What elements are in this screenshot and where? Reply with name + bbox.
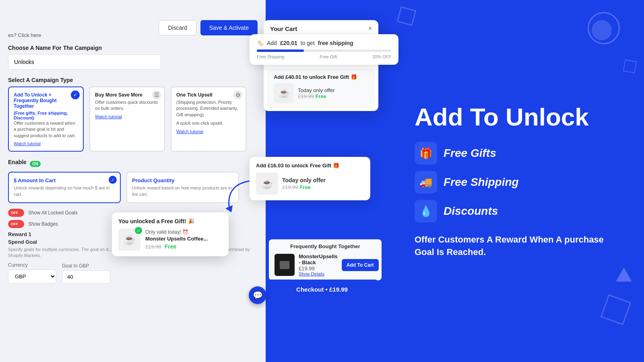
reward-card-2-desc: Unlock reward based on how many products… [132,185,233,197]
card-2-title: Buy More Save More [95,92,159,98]
feature-row-discounts: 💧 Discounts [415,200,616,222]
unlock-1-orig-price: £19.99 [298,93,314,99]
card-2-link[interactable]: Watch tutorial [95,114,159,119]
right-panel-desc: Offer Customers A Reward When A purchase… [415,234,616,259]
reward-card-amount[interactable]: ✓ $ Amount In Cart Unlock rewards depend… [8,172,121,203]
campaign-name-label: Choose A Name For The Campaign [8,45,258,51]
off-badge-2: OFF [9,221,20,227]
cart-close-button[interactable]: × [368,25,372,32]
on-badge: ON [30,161,41,167]
gift-item: ☕ ✓ Only valid today! ⏰ Monster Upsells … [118,228,222,251]
goal-input[interactable] [62,270,110,284]
badges-toggle[interactable]: OFF [8,220,24,228]
reward-cards: ✓ $ Amount In Cart Unlock rewards depend… [8,172,258,203]
unlock-1-image: ☕ [274,83,294,103]
fbt-add-to-cart-button[interactable]: Add To Cart [342,259,379,271]
save-activate-button[interactable]: Save & Activate [200,20,258,35]
feature-icon-discounts: 💧 [415,200,437,222]
svg-rect-3 [280,261,289,269]
fbt-product-name: MonsterUpsells - Black [299,253,338,265]
goal-label: Goal In GBP [62,263,110,269]
chat-button[interactable]: 💬 [249,286,266,304]
currency-group: Currency GBP [8,262,56,284]
float-2-product: ☕ Today only offer £19.99 Free [256,173,364,195]
gift-item-label: Only valid today! ⏰ [145,229,208,235]
card-menu-icon: ☰ [152,90,161,99]
feature-row-shipping: 🚚 Free Shipping [415,171,616,193]
progress-amount: £20.01 [280,40,297,46]
campaign-cards: ✓ Add To Unlock + Frequently Bought Toge… [8,86,258,152]
card-3-title: One Tick Upsell [176,92,241,98]
feature-label-shipping: Free Shipping [444,176,519,189]
progress-bar-wrap [257,49,391,52]
gift-price-row: £19.99 Free [145,243,208,250]
campaign-card-buy-more[interactable]: ☰ Buy More Save More Offer customers qui… [89,86,165,152]
campaign-type-section: Select A Campaign Type ✓ Add To Unlock +… [8,77,258,152]
discard-button[interactable]: Discard [159,20,196,35]
reward-card-1-desc: Unlock rewards depending on how much $ a… [14,185,115,197]
deco-square-1 [397,6,417,26]
gift-check-icon: ✓ [135,227,142,234]
checkout-button[interactable]: Checkout • £19.99 [266,280,378,299]
fbt-price: £19.99 [299,265,338,272]
reward-card-1-title: $ Amount In Cart [14,177,115,183]
progress-add: Add [267,40,277,46]
feature-label-discounts: Discounts [444,205,498,218]
unlock-1-free-label: Free [315,93,326,99]
fbt-image [275,254,295,276]
unlock-1-price: £19.99 Free [298,93,335,99]
deco-square-2 [601,294,632,325]
gift-info: Only valid today! ⏰ Monster Upsells Coff… [145,229,208,250]
show-locked-label: Show All Locked Goals [28,210,78,216]
progress-banner: 🏷️ Add £20.01 to get free shipping Free … [250,34,398,65]
card-3-link[interactable]: Watch tutorial [176,129,241,134]
fbt-title: Frequently Bought Together [275,243,376,249]
feature-icon-gifts: 🎁 [415,142,437,165]
campaign-card-add-to-unlock[interactable]: ✓ Add To Unlock + Frequently Bought Toge… [8,86,84,152]
currency-select[interactable]: GBP [8,269,56,284]
float-2-orig-price: £19.99 [282,184,298,190]
fbt-item: MonsterUpsells - Black £19.99 Show Detai… [275,253,376,276]
progress-label-1: Free Shipping [257,54,285,59]
gift-item-name: Monster Upsells Coffee... [145,236,208,242]
right-panel: Add To Unlock 🎁 Free Gifts 🚚 Free Shippi… [386,0,644,362]
currency-row: Currency GBP Goal In GBP [8,262,258,284]
fbt-section: Frequently Bought Together MonsterUpsell… [269,239,382,280]
currency-label: Currency [8,262,56,268]
card-1-title: Add To Unlock + Frequently Bought Togeth… [14,92,78,109]
progress-label-2: Free Gift [320,54,337,59]
enable-label: Enable [8,159,27,165]
gift-image-wrapper: ☕ ✓ [118,228,140,251]
deco-square-3 [623,60,637,74]
card-2-desc: Offer customers quick discounts on bulk … [95,99,159,112]
progress-emoji: 🏷️ [257,40,264,46]
right-panel-title: Add To Unlock [415,103,616,131]
goal-group: Goal In GBP [62,263,110,284]
progress-bar-fill [257,49,304,52]
reward-card-qty[interactable]: Product Quantity Unlock reward based on … [126,172,239,203]
feature-row-gifts: 🎁 Free Gifts [415,142,616,165]
fbt-info: MonsterUpsells - Black £19.99 Show Detai… [299,253,338,276]
deco-circle-2 [592,20,612,40]
gift-popup-title: You unlocked a Free Gift! 🎉 [118,218,222,224]
show-badges-label: Show Badges [28,221,58,227]
gift-free-label: Free [165,243,177,250]
campaign-card-one-tick[interactable]: ⚙ One Tick Upsell (Shipping protection, … [171,86,246,152]
card-1-desc: Offer customers a reward when a purchase… [14,120,78,139]
float-2-name: Today only offer [282,177,326,183]
deco-triangle-1 [616,267,632,282]
locked-goals-toggle[interactable]: OFF [8,209,24,217]
unlock-1-text: Add £40.01 to unlock Free Gift 🎁 [274,74,368,80]
campaign-type-label: Select A Campaign Type [8,77,258,83]
card-1-link[interactable]: Watch tutorial [14,141,78,146]
campaign-name-input[interactable] [8,54,161,70]
unlock-banner-1: Add £40.01 to unlock Free Gift 🎁 ☕ Today… [268,70,374,108]
float-2-free: Free [299,184,310,190]
card-3-subtitle: (Shipping protection, Priority processin… [176,99,241,118]
gift-popup: You unlocked a Free Gift! 🎉 ☕ ✓ Only val… [112,212,229,256]
progress-label-3: 20% OFF [372,54,391,59]
float-card-unlock-2: Add £16.03 to unlock Free Gift 🎁 ☕ Today… [250,157,370,200]
fbt-show-details-link[interactable]: Show Details [299,272,338,276]
card-3-menu-icon: ⚙ [233,90,242,99]
float-2-price: £19.99 Free [282,184,326,190]
